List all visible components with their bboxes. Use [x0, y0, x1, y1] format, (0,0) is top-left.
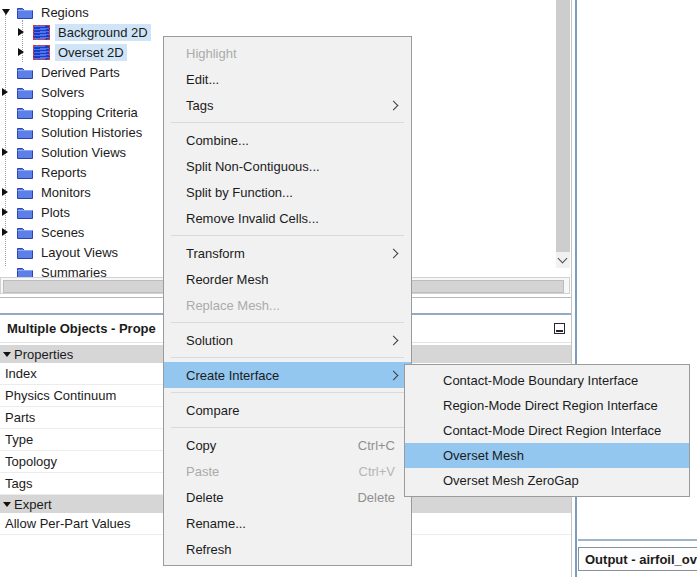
- menu-item-edit[interactable]: Edit...: [164, 66, 411, 92]
- tree-item-plots[interactable]: Plots: [0, 202, 73, 222]
- expand-arrow-icon[interactable]: [2, 202, 17, 222]
- tree-item-stopping-criteria[interactable]: Stopping Criteria: [0, 102, 141, 122]
- menu-item-label: Rename...: [186, 516, 246, 531]
- output-panel-title: Output - airfoil_ov: [585, 552, 697, 567]
- folder-icon: [17, 246, 33, 259]
- menu-item-shortcut: Ctrl+C: [358, 438, 399, 453]
- output-panel-header[interactable]: Output - airfoil_ov: [578, 547, 697, 571]
- expand-arrow-icon[interactable]: [2, 182, 17, 202]
- menu-item-rename[interactable]: Rename...: [164, 510, 411, 536]
- scrollbar-thumb[interactable]: [556, 0, 570, 252]
- expand-arrow-icon[interactable]: [2, 82, 17, 102]
- menu-item-paste: Paste Ctrl+V: [164, 458, 411, 484]
- submenu-arrow-icon: [389, 370, 399, 380]
- expand-arrow-icon[interactable]: [2, 2, 17, 22]
- tree-item-solution-views[interactable]: Solution Views: [0, 142, 129, 162]
- expand-arrow-icon[interactable]: [2, 142, 17, 162]
- tree-item-label: Reports: [38, 164, 90, 181]
- section-label: Expert: [14, 497, 52, 512]
- property-label: Tags: [5, 476, 32, 491]
- tree-item-regions[interactable]: Regions: [0, 2, 92, 22]
- submenu-item-overset-mesh[interactable]: Overset Mesh: [405, 443, 689, 468]
- menu-item-tags[interactable]: Tags: [164, 92, 411, 118]
- menu-item-label: Contact-Mode Direct Region Interface: [443, 423, 661, 438]
- triangle-right-icon: [2, 88, 8, 96]
- tree-item-scenes[interactable]: Scenes: [0, 222, 87, 242]
- property-label: Topology: [5, 454, 57, 469]
- menu-item-label: Overset Mesh ZeroGap: [443, 473, 579, 488]
- menu-separator: [171, 322, 404, 323]
- menu-item-label: Remove Invalid Cells...: [186, 211, 319, 226]
- chevron-down-icon: [558, 254, 568, 264]
- tree-item-derived-parts[interactable]: Derived Parts: [0, 62, 123, 82]
- menu-item-replace-mesh: Replace Mesh...: [164, 292, 411, 318]
- expand-arrow-icon[interactable]: [18, 42, 33, 62]
- tree-item-label: Plots: [38, 204, 73, 221]
- folder-icon: [17, 106, 33, 119]
- menu-item-remove-invalid-cells[interactable]: Remove Invalid Cells...: [164, 205, 411, 231]
- tree-item-label: Solution Histories: [38, 124, 145, 141]
- menu-item-label: Copy: [186, 438, 216, 453]
- tree-item-overset-2d[interactable]: Overset 2D: [0, 42, 127, 62]
- folder-icon: [17, 126, 33, 139]
- triangle-right-icon: [18, 48, 24, 56]
- collapse-panel-icon[interactable]: [554, 323, 565, 334]
- tree-item-label: Stopping Criteria: [38, 104, 141, 121]
- menu-item-highlight: Highlight: [164, 40, 411, 66]
- menu-item-delete[interactable]: Delete Delete: [164, 484, 411, 510]
- submenu-item-contact-mode-boundary-interface[interactable]: Contact-Mode Boundary Interface: [405, 368, 689, 393]
- triangle-down-icon: [3, 352, 11, 357]
- tree-item-monitors[interactable]: Monitors: [0, 182, 94, 202]
- menu-item-label: Delete: [186, 490, 224, 505]
- menu-item-split-non-contiguous[interactable]: Split Non-Contiguous...: [164, 153, 411, 179]
- menu-item-copy[interactable]: Copy Ctrl+C: [164, 432, 411, 458]
- property-label: Index: [5, 366, 37, 381]
- folder-icon: [17, 226, 33, 239]
- tree-item-solution-histories[interactable]: Solution Histories: [0, 122, 145, 142]
- menu-item-create-interface[interactable]: Create Interface: [164, 362, 411, 388]
- tree-item-solvers[interactable]: Solvers: [0, 82, 87, 102]
- menu-item-label: Contact-Mode Boundary Interface: [443, 373, 638, 388]
- tree-item-layout-views[interactable]: Layout Views: [0, 242, 121, 262]
- menu-item-transform[interactable]: Transform: [164, 240, 411, 266]
- submenu-item-contact-mode-direct-region-interface[interactable]: Contact-Mode Direct Region Interface: [405, 418, 689, 443]
- tree-item-label: Layout Views: [38, 244, 121, 261]
- menu-item-label: Edit...: [186, 72, 219, 87]
- menu-item-split-by-function[interactable]: Split by Function...: [164, 179, 411, 205]
- menu-item-label: Tags: [186, 98, 213, 113]
- menu-item-compare[interactable]: Compare: [164, 397, 411, 423]
- tree-item-label: Solvers: [38, 84, 87, 101]
- tree-item-label: Background 2D: [55, 24, 151, 41]
- triangle-right-icon: [18, 28, 24, 36]
- folder-icon: [17, 86, 33, 99]
- property-label: Allow Per-Part Values: [5, 516, 130, 531]
- tree-item-label: Solution Views: [38, 144, 129, 161]
- submenu-item-overset-mesh-zerogap[interactable]: Overset Mesh ZeroGap: [405, 468, 689, 493]
- menu-item-combine[interactable]: Combine...: [164, 127, 411, 153]
- menu-item-label: Compare: [186, 403, 239, 418]
- submenu-item-region-mode-direct-region-interface[interactable]: Region-Mode Direct Region Interface: [405, 393, 689, 418]
- expand-arrow-slot: [2, 122, 17, 142]
- triangle-right-icon: [2, 228, 8, 236]
- tree-item-reports[interactable]: Reports: [0, 162, 90, 182]
- tree-item-background-2d[interactable]: Background 2D: [0, 22, 151, 42]
- menu-item-label: Replace Mesh...: [186, 298, 280, 313]
- expand-arrow-slot: [2, 102, 17, 122]
- triangle-right-icon: [2, 148, 8, 156]
- tree-item-label: Monitors: [38, 184, 94, 201]
- triangle-down-icon: [3, 502, 11, 507]
- menu-item-shortcut: Ctrl+V: [359, 464, 399, 479]
- tree-item-label: Scenes: [38, 224, 87, 241]
- menu-item-label: Combine...: [186, 133, 249, 148]
- menu-separator: [171, 392, 404, 393]
- expand-arrow-icon[interactable]: [18, 22, 33, 42]
- menu-item-refresh[interactable]: Refresh: [164, 536, 411, 562]
- tree-vertical-scrollbar[interactable]: [556, 0, 570, 268]
- section-label: Properties: [14, 347, 73, 362]
- menu-item-label: Transform: [186, 246, 245, 261]
- scroll-down-button[interactable]: [556, 252, 570, 268]
- expand-arrow-icon[interactable]: [2, 222, 17, 242]
- menu-item-reorder-mesh[interactable]: Reorder Mesh: [164, 266, 411, 292]
- menu-item-solution[interactable]: Solution: [164, 327, 411, 353]
- folder-icon: [17, 66, 33, 79]
